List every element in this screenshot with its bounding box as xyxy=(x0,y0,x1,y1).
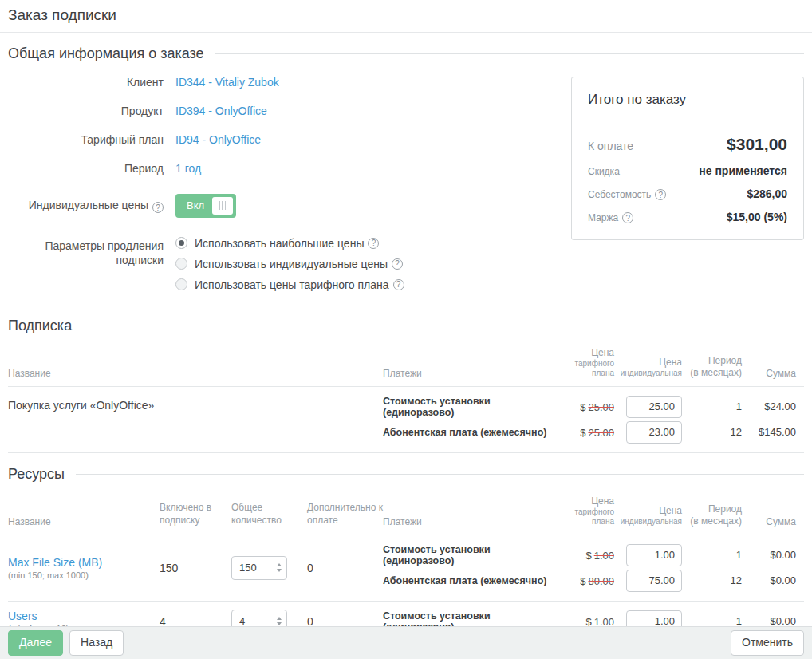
sum-cell: $145.00 xyxy=(742,426,796,438)
quantity-input[interactable] xyxy=(232,615,269,627)
individual-price-input[interactable] xyxy=(626,570,682,592)
individual-prices-label: Индивидуальные цены? xyxy=(8,198,175,214)
struck-plan-price: 25.00 xyxy=(588,427,614,439)
header-additional: Дополнительно к оплате xyxy=(307,501,383,527)
footer-action-bar: Далее Назад Отменить xyxy=(0,626,812,659)
product-label: Продукт xyxy=(8,104,175,119)
period-cell: 1 xyxy=(682,615,742,627)
individual-price-input[interactable] xyxy=(626,396,682,418)
period-cell: 1 xyxy=(682,401,742,412)
plan-price-cell: $80.00 xyxy=(562,574,614,587)
client-link[interactable]: ID344 - Vitaliy Zubok xyxy=(175,76,279,89)
order-total-title: Итого по заказу xyxy=(588,92,787,120)
spinner-up-icon xyxy=(277,617,282,620)
toggle-grip-icon xyxy=(212,197,233,215)
plan-link[interactable]: ID94 - OnlyOffice xyxy=(175,133,261,146)
resources-section-title-row: Ресурсы xyxy=(8,466,804,483)
radio-help-icon[interactable]: ? xyxy=(368,238,379,249)
payment-name: Стоимость установки (единоразово) xyxy=(383,544,562,566)
resource-link[interactable]: Users xyxy=(8,610,37,622)
radio-unselected-icon[interactable] xyxy=(175,278,187,290)
period-cell: 12 xyxy=(682,574,742,586)
header-individual-price: Ценаиндивидуальная xyxy=(621,357,682,379)
header-period: Период(в месяцах) xyxy=(682,355,742,379)
individual-prices-toggle[interactable]: Вкл xyxy=(175,194,236,218)
subscription-section: Подписка Название Платежи Ценатарифного … xyxy=(0,318,812,453)
radio-help-icon[interactable]: ? xyxy=(392,258,403,270)
period-label: Период xyxy=(8,161,175,176)
struck-plan-price: 80.00 xyxy=(588,575,614,587)
discount-label: Скидка xyxy=(588,166,620,177)
quantity-input[interactable] xyxy=(232,562,269,574)
header-divider xyxy=(0,32,812,33)
radio-unselected-icon[interactable] xyxy=(175,258,187,270)
back-button[interactable]: Назад xyxy=(69,630,124,655)
header-plan-price: Ценатарифного плана xyxy=(562,347,614,379)
renewal-radio-group: Использовать наибольшие цены ? Использов… xyxy=(175,237,404,291)
individual-price-cell xyxy=(614,396,682,418)
cost-row: Себестомость? $286,00 xyxy=(588,187,787,200)
period-row: Период 1 год xyxy=(8,161,558,176)
header-name: Название xyxy=(8,368,383,379)
plan-price-cell: $25.00 xyxy=(562,426,614,439)
payment-line: Абонентская плата (ежемесячно) $80.00 12… xyxy=(383,569,804,593)
subscription-section-title: Подписка xyxy=(8,318,72,334)
payment-name: Абонентская плата (ежемесячно) xyxy=(383,427,562,438)
discount-row: Скидка не применяется xyxy=(588,164,787,177)
spinner-down-icon xyxy=(277,622,282,625)
due-row: К оплате $301,00 xyxy=(588,135,787,154)
radio-help-icon[interactable]: ? xyxy=(393,279,404,290)
resource-link[interactable]: Max File Size (MB) xyxy=(8,556,102,569)
payment-line: Стоимость установки (единоразово) $25.00… xyxy=(383,395,804,419)
sum-cell: $0.00 xyxy=(742,615,796,627)
margin-help-icon[interactable]: ? xyxy=(622,212,633,223)
page-header: Заказ подписки xyxy=(0,0,812,32)
cancel-button[interactable]: Отменить xyxy=(731,630,804,655)
individual-price-cell xyxy=(614,570,682,592)
sum-cell: $0.00 xyxy=(742,549,796,561)
cost-value: $286,00 xyxy=(747,187,787,200)
radio-selected-icon[interactable] xyxy=(175,237,187,249)
resource-row: Max File Size (MB) (min 150; max 1000) 1… xyxy=(8,535,804,602)
toggle-on-label: Вкл xyxy=(187,199,204,211)
radio-option-individual-prices[interactable]: Использовать индивидуальные цены ? xyxy=(175,258,404,270)
individual-price-input[interactable] xyxy=(626,421,682,444)
struck-plan-price: 1.00 xyxy=(594,550,614,562)
period-cell: 12 xyxy=(682,426,742,438)
margin-label: Маржа? xyxy=(588,212,633,223)
period-link[interactable]: 1 год xyxy=(175,162,201,175)
sum-cell: $0.00 xyxy=(742,574,796,586)
product-link[interactable]: ID394 - OnlyOffice xyxy=(175,105,267,117)
due-label: К оплате xyxy=(588,140,633,152)
header-sum: Сумма xyxy=(742,368,796,379)
header-total: Общее количество xyxy=(231,501,307,527)
payment-line: Стоимость установки (единоразово) $1.00 … xyxy=(383,543,804,567)
quantity-stepper[interactable] xyxy=(231,556,287,580)
radio-option-plan-prices[interactable]: Использовать цены тарифного плана ? xyxy=(175,278,404,291)
header-name: Название xyxy=(8,516,160,527)
general-section-title-row: Общая информация о заказе xyxy=(8,45,804,62)
resources-table-header: Название Включено в подписку Общее колич… xyxy=(8,483,804,535)
stepper-arrows[interactable] xyxy=(277,617,286,625)
individual-price-cell xyxy=(614,421,682,444)
plan-price-cell: $1.00 xyxy=(562,549,614,562)
payments-block: Стоимость установки (единоразово) $1.00 … xyxy=(383,543,804,593)
general-info-section: Общая информация о заказе Клиент ID344 -… xyxy=(0,45,812,305)
next-button[interactable]: Далее xyxy=(8,630,63,655)
header-individual-price: Ценаиндивидуальная xyxy=(621,505,682,527)
included-cell: 150 xyxy=(160,562,231,574)
stepper-arrows[interactable] xyxy=(277,563,286,572)
individual-prices-help-icon[interactable]: ? xyxy=(152,202,164,213)
header-payments: Платежи xyxy=(383,368,562,379)
sum-cell: $24.00 xyxy=(742,401,796,412)
radio-option-highest-prices[interactable]: Использовать наибольшие цены ? xyxy=(175,237,404,250)
header-period: Период(в месяцах) xyxy=(682,503,742,527)
spinner-up-icon xyxy=(277,563,282,566)
individual-price-input[interactable] xyxy=(626,544,682,566)
cost-help-icon[interactable]: ? xyxy=(655,189,666,200)
subscription-section-title-row: Подписка xyxy=(8,318,804,334)
header-sum: Сумма xyxy=(742,516,796,527)
resources-section-title: Ресурсы xyxy=(8,466,65,483)
section-line xyxy=(215,53,804,54)
due-value: $301,00 xyxy=(727,135,787,154)
